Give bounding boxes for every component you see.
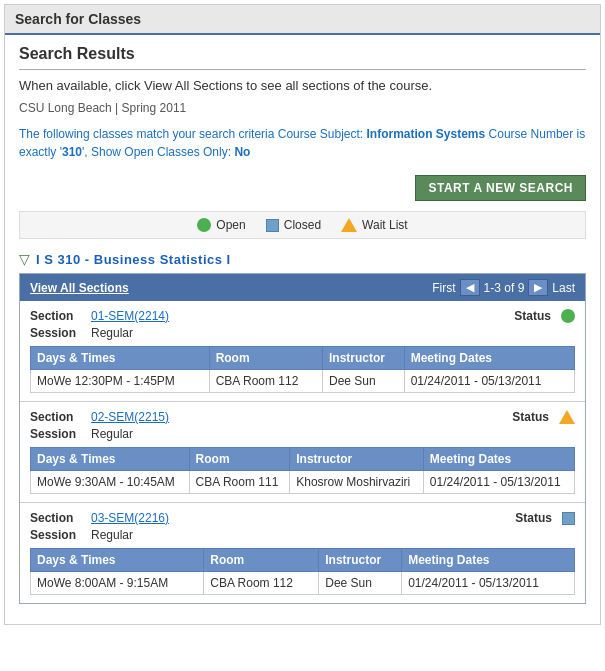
next-page-button[interactable]: ▶ [528,279,548,296]
room-1: CBA Room 112 [209,370,322,393]
pagination-last-label: Last [552,281,575,295]
table-row-1: MoWe 12:30PM - 1:45PM CBA Room 112 Dee S… [31,370,575,393]
page-title: Search for Classes [5,5,600,35]
results-table-wrapper: View All Sections First ◀ 1-3 of 9 ▶ Las… [19,273,586,604]
col-instructor-3: Instructor [319,549,402,572]
col-meeting-dates-3: Meeting Dates [402,549,575,572]
prev-page-button[interactable]: ◀ [460,279,480,296]
legend-waitlist-label: Wait List [362,218,408,232]
status-wait-indicator-2 [559,410,575,424]
col-room-3: Room [204,549,319,572]
criteria-suffix: ', Show Open Classes Only: [82,145,231,159]
col-instructor-1: Instructor [322,347,404,370]
legend-open: Open [197,218,245,232]
session-row-2: Session Regular [30,427,575,441]
page-title-text: Search for Classes [15,11,141,27]
table-row-2: MoWe 9:30AM - 10:45AM CBA Room 111 Khosr… [31,471,575,494]
session-row-3: Session Regular [30,528,575,542]
session-value-2: Regular [91,427,133,441]
session-value-3: Regular [91,528,133,542]
section-block-1: Section 01-SEM(2214) Status Session Regu… [20,301,585,402]
closed-icon [266,219,279,232]
meeting-dates-1: 01/24/2011 - 05/13/2011 [404,370,574,393]
closed-status-icon-3 [562,512,575,525]
col-room-2: Room [189,448,290,471]
section-table-3: Days & Times Room Instructor Meeting Dat… [30,548,575,595]
status-open-indicator-1 [561,309,575,323]
section-label-1: Section [30,309,85,323]
section-block-3: Section 03-SEM(2216) Status Session Regu… [20,503,585,603]
section-block-2: Section 02-SEM(2215) Status Session Regu… [20,402,585,503]
table-row-3: MoWe 8:00AM - 9:15AM CBA Room 112 Dee Su… [31,572,575,595]
course-expand-icon[interactable]: ▽ [19,251,30,267]
section-table-1: Days & Times Room Instructor Meeting Dat… [30,346,575,393]
section-label-3: Section [30,511,85,525]
criteria-prefix: The following classes match your search … [19,127,363,141]
session-label-1: Session [30,326,85,340]
status-label-1: Status [514,309,551,323]
section-row-2: Section 02-SEM(2215) Status [30,410,575,424]
open-icon [197,218,211,232]
section-link-2[interactable]: 02-SEM(2215) [91,410,169,424]
view-all-link[interactable]: View All Sections [30,281,129,295]
meeting-dates-3: 01/24/2011 - 05/13/2011 [402,572,575,595]
col-room-1: Room [209,347,322,370]
section-row-3: Section 03-SEM(2216) Status [30,511,575,525]
instructor-2: Khosrow Moshirvaziri [290,471,424,494]
instructor-1: Dee Sun [322,370,404,393]
legend-closed: Closed [266,218,321,232]
session-label-3: Session [30,528,85,542]
col-meeting-dates-2: Meeting Dates [423,448,574,471]
main-content: Search Results When available, click Vie… [5,35,600,624]
legend-waitlist: Wait List [341,218,408,232]
status-label-3: Status [515,511,552,525]
days-times-1: MoWe 12:30PM - 1:45PM [31,370,210,393]
legend-closed-label: Closed [284,218,321,232]
legend-row: Open Closed Wait List [19,211,586,239]
waitlist-status-icon-2 [559,410,575,424]
section-table-2: Days & Times Room Instructor Meeting Dat… [30,447,575,494]
col-days-times-3: Days & Times [31,549,204,572]
description-text: When available, click View All Sections … [19,78,586,93]
section-label-2: Section [30,410,85,424]
status-label-2: Status [512,410,549,424]
pagination-first-label: First [432,281,455,295]
pagination: First ◀ 1-3 of 9 ▶ Last [432,279,575,296]
section-row-1: Section 01-SEM(2214) Status [30,309,575,323]
col-instructor-2: Instructor [290,448,424,471]
col-meeting-dates-1: Meeting Dates [404,347,574,370]
table-header-bar: View All Sections First ◀ 1-3 of 9 ▶ Las… [20,274,585,301]
room-3: CBA Room 112 [204,572,319,595]
section-link-3[interactable]: 03-SEM(2216) [91,511,169,525]
session-row-1: Session Regular [30,326,575,340]
criteria-text: The following classes match your search … [19,125,586,161]
instructor-3: Dee Sun [319,572,402,595]
course-header: ▽ I S 310 - Business Statistics I [19,251,586,267]
waitlist-icon [341,218,357,232]
pagination-range: 1-3 of 9 [484,281,525,295]
divider [19,69,586,70]
open-status-icon-1 [561,309,575,323]
criteria-number: 310 [62,145,82,159]
course-title: I S 310 - Business Statistics I [36,252,231,267]
section-link-1[interactable]: 01-SEM(2214) [91,309,169,323]
days-times-3: MoWe 8:00AM - 9:15AM [31,572,204,595]
session-label-2: Session [30,427,85,441]
criteria-subject: Information Systems [367,127,486,141]
legend-open-label: Open [216,218,245,232]
page-container: Search for Classes Search Results When a… [4,4,601,625]
meeting-dates-2: 01/24/2011 - 05/13/2011 [423,471,574,494]
col-days-times-1: Days & Times [31,347,210,370]
days-times-2: MoWe 9:30AM - 10:45AM [31,471,190,494]
new-search-button[interactable]: START A NEW SEARCH [415,175,586,201]
criteria-open-only: No [234,145,250,159]
status-closed-indicator-3 [562,512,575,525]
new-search-btn-row: START A NEW SEARCH [19,175,586,201]
section-heading: Search Results [19,45,586,63]
col-days-times-2: Days & Times [31,448,190,471]
session-value-1: Regular [91,326,133,340]
room-2: CBA Room 111 [189,471,290,494]
institution-text: CSU Long Beach | Spring 2011 [19,101,586,115]
